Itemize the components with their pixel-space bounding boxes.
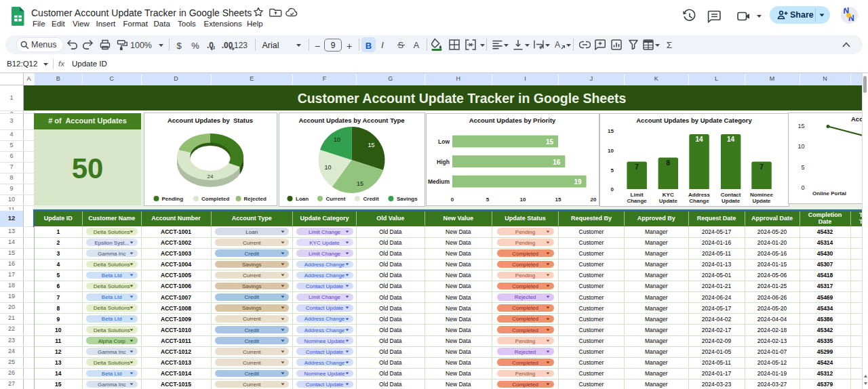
svg-text:15: 15: [608, 128, 614, 134]
svg-text:5: 5: [486, 196, 490, 202]
svg-text:Change: Change: [627, 198, 647, 204]
svg-text:14: 14: [695, 136, 703, 143]
svg-text:Nominee: Nominee: [750, 192, 773, 198]
svg-text:KYC: KYC: [662, 192, 673, 198]
svg-text:0: 0: [451, 196, 454, 202]
svg-text:14: 14: [727, 136, 735, 143]
svg-text:Online Portal: Online Portal: [812, 190, 846, 197]
svg-text:0: 0: [801, 184, 804, 191]
svg-text:Update: Update: [658, 198, 677, 204]
svg-text:15: 15: [555, 196, 561, 202]
svg-text:Credit: Credit: [363, 196, 378, 202]
svg-text:High: High: [437, 158, 450, 165]
svg-text:7: 7: [635, 163, 639, 171]
svg-text:10: 10: [797, 143, 804, 150]
svg-text:Change: Change: [689, 198, 709, 204]
svg-text:Low: Low: [438, 138, 450, 145]
svg-text:20: 20: [591, 196, 597, 202]
svg-text:Pending: Pending: [162, 196, 184, 202]
svg-text:10: 10: [333, 136, 340, 143]
svg-text:Current: Current: [326, 196, 345, 202]
svg-text:Update: Update: [722, 198, 741, 204]
svg-text:10: 10: [520, 196, 526, 202]
svg-text:Contact: Contact: [720, 192, 741, 198]
svg-text:8: 8: [666, 159, 670, 167]
svg-text:24: 24: [208, 173, 214, 180]
svg-text:Address: Address: [688, 192, 710, 198]
svg-text:Update: Update: [752, 198, 771, 204]
svg-text:15: 15: [356, 180, 363, 187]
svg-text:Loan: Loan: [296, 196, 309, 202]
svg-text:Limit: Limit: [630, 192, 643, 198]
svg-text:Rejected: Rejected: [244, 196, 267, 202]
svg-text:5: 5: [610, 167, 614, 173]
svg-text:A: A: [555, 40, 560, 49]
svg-text:7: 7: [760, 163, 764, 171]
svg-text:16: 16: [553, 158, 561, 165]
svg-text:5: 5: [801, 164, 804, 171]
svg-text:Completed: Completed: [201, 196, 229, 202]
svg-text:15: 15: [368, 142, 374, 148]
svg-text:15: 15: [546, 138, 554, 146]
svg-text:Savings: Savings: [397, 196, 418, 202]
svg-text:10: 10: [608, 148, 614, 154]
svg-text:0: 0: [610, 186, 614, 192]
svg-text:Medium: Medium: [428, 178, 450, 185]
svg-text:15: 15: [797, 123, 804, 129]
svg-text:10: 10: [324, 164, 331, 171]
svg-text:19: 19: [574, 178, 582, 186]
